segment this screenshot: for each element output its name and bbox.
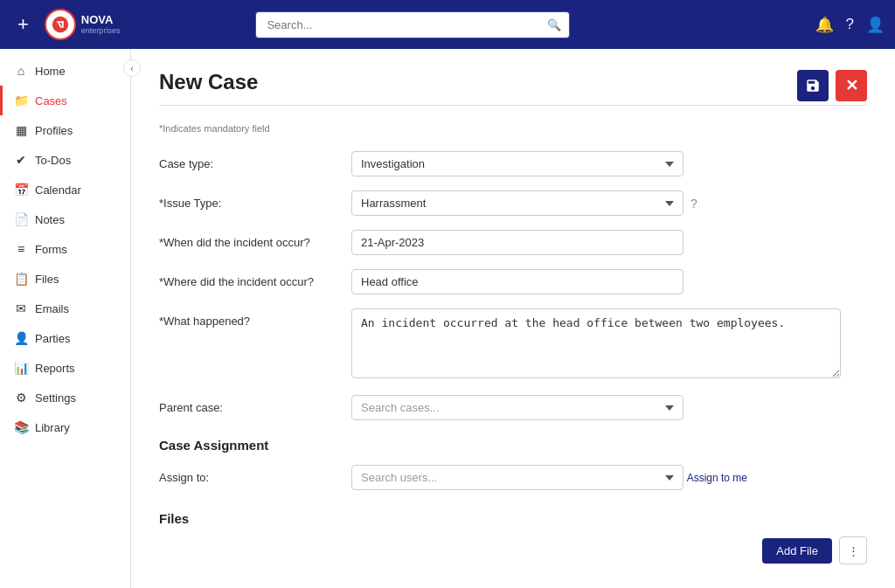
forms-icon: ≡ — [14, 242, 28, 256]
settings-icon: ⚙ — [14, 391, 28, 405]
parent-case-field: Search cases... — [351, 395, 867, 420]
parent-case-row: Parent case: Search cases... — [159, 395, 867, 420]
files-section-title: Files — [159, 511, 867, 526]
what-happened-row: *What happened? An incident occurred at … — [159, 308, 867, 381]
incident-date-field — [351, 230, 867, 255]
sidebar-label-todos: To-Dos — [35, 154, 71, 167]
user-icon[interactable]: 👤 — [866, 16, 885, 34]
files-section: Files Add File ⋮ — [159, 511, 867, 564]
page-title: New Case — [159, 70, 258, 94]
what-happened-label: *What happened? — [159, 308, 351, 328]
sidebar-item-files[interactable]: 📋 Files — [0, 264, 130, 294]
incident-location-input[interactable] — [351, 269, 683, 294]
page-title-row: New Case ✕ — [159, 70, 867, 101]
notification-icon[interactable]: 🔔 — [815, 16, 834, 34]
assign-to-me-link[interactable]: Assign to me — [687, 472, 747, 484]
logo-circle — [45, 9, 76, 40]
sidebar-item-notes[interactable]: 📄 Notes — [0, 204, 130, 234]
search-input[interactable] — [255, 11, 570, 38]
sidebar-item-profiles[interactable]: ▦ Profiles — [0, 115, 130, 145]
issue-type-row: *Issue Type: Harrassment Discrimination … — [159, 190, 867, 216]
sidebar-label-library: Library — [35, 421, 70, 434]
sidebar-item-settings[interactable]: ⚙ Settings — [0, 383, 130, 412]
help-icon[interactable]: ? — [846, 16, 854, 33]
issue-type-field: Harrassment Discrimination Other ? — [351, 190, 867, 216]
issue-type-label: *Issue Type: — [159, 190, 351, 210]
title-actions: ✕ — [797, 70, 867, 101]
emails-icon: ✉ — [14, 301, 28, 315]
incident-date-input[interactable] — [351, 230, 683, 255]
sidebar-item-emails[interactable]: ✉ Emails — [0, 294, 130, 323]
logo: NOVA enterprises — [45, 9, 121, 40]
case-assignment-title: Case Assignment — [159, 438, 867, 453]
assign-to-select[interactable]: Search users... — [351, 465, 683, 490]
sidebar-item-calendar[interactable]: 📅 Calendar — [0, 175, 130, 204]
library-icon: 📚 — [14, 420, 28, 434]
logo-name: NOVA — [81, 14, 121, 26]
more-options-button[interactable]: ⋮ — [839, 536, 867, 564]
files-actions: Add File ⋮ — [159, 536, 867, 564]
issue-type-row-inner: Harrassment Discrimination Other ? — [351, 190, 867, 216]
sidebar-item-todos[interactable]: ✔ To-Dos — [0, 145, 130, 175]
logo-text-block: NOVA enterprises — [81, 14, 121, 35]
content-area: New Case ✕ *Indicates mandatory field Ca… — [131, 49, 895, 588]
sidebar-item-forms[interactable]: ≡ Forms — [0, 234, 130, 264]
what-happened-textarea[interactable]: An incident occurred at the head office … — [351, 308, 841, 378]
topbar: + NOVA enterprises 🔍 🔔 ? 👤 — [0, 0, 895, 49]
case-type-field: Investigation Complaint Inquiry — [351, 151, 867, 176]
main-layout: ‹ ⌂ Home 📁 Cases ▦ Profiles ✔ To-Dos 📅 C… — [0, 49, 895, 588]
sidebar-label-emails: Emails — [35, 302, 69, 315]
issue-type-select[interactable]: Harrassment Discrimination Other — [351, 190, 683, 216]
sidebar-label-profiles: Profiles — [35, 124, 73, 137]
incident-location-field — [351, 269, 867, 294]
incident-date-label: *When did the incident occur? — [159, 230, 351, 249]
sidebar-item-library[interactable]: 📚 Library — [0, 412, 130, 442]
sidebar-label-parties: Parties — [35, 332, 70, 345]
incident-date-row: *When did the incident occur? — [159, 230, 867, 255]
reports-icon: 📊 — [14, 361, 28, 375]
todos-icon: ✔ — [14, 153, 28, 167]
notes-icon: 📄 — [14, 212, 28, 226]
sidebar-label-notes: Notes — [35, 213, 65, 226]
assign-to-row: Assign to: Search users... Assign to me — [159, 465, 867, 490]
sidebar-label-forms: Forms — [35, 243, 67, 256]
case-type-label: Case type: — [159, 151, 351, 170]
incident-location-row: *Where did the incident occur? — [159, 269, 867, 294]
cases-icon: 📁 — [14, 93, 28, 107]
topbar-icons: 🔔 ? 👤 — [815, 16, 885, 34]
sidebar-label-cases: Cases — [35, 94, 67, 107]
sidebar-label-calendar: Calendar — [35, 183, 81, 197]
sidebar-item-cases[interactable]: 📁 Cases — [0, 86, 130, 115]
profiles-icon: ▦ — [14, 123, 28, 137]
sidebar-item-parties[interactable]: 👤 Parties — [0, 323, 130, 353]
mandatory-note: *Indicates mandatory field — [159, 123, 867, 134]
sidebar-toggle[interactable]: ‹ — [123, 59, 141, 77]
sidebar-label-settings: Settings — [35, 391, 76, 405]
incident-location-label: *Where did the incident occur? — [159, 269, 351, 288]
assign-to-field: Search users... Assign to me — [351, 465, 867, 490]
close-button[interactable]: ✕ — [836, 70, 867, 101]
title-divider — [159, 105, 867, 106]
assign-to-label: Assign to: — [159, 465, 351, 484]
files-icon: 📋 — [14, 272, 28, 286]
save-icon — [805, 78, 821, 93]
case-type-select[interactable]: Investigation Complaint Inquiry — [351, 151, 683, 176]
search-container: 🔍 — [255, 11, 570, 38]
search-icon: 🔍 — [547, 18, 561, 31]
save-button[interactable] — [797, 70, 829, 101]
sidebar-item-reports[interactable]: 📊 Reports — [0, 353, 130, 383]
add-file-button[interactable]: Add File — [762, 538, 832, 564]
issue-type-help-icon[interactable]: ? — [690, 197, 697, 211]
sidebar-item-home[interactable]: ⌂ Home — [0, 56, 130, 86]
logo-subtitle: enterprises — [81, 26, 121, 35]
case-type-row: Case type: Investigation Complaint Inqui… — [159, 151, 867, 176]
sidebar-label-home: Home — [35, 65, 66, 78]
calendar-icon: 📅 — [14, 183, 28, 197]
sidebar: ‹ ⌂ Home 📁 Cases ▦ Profiles ✔ To-Dos 📅 C… — [0, 49, 131, 588]
logo-icon — [51, 15, 70, 34]
parent-case-select[interactable]: Search cases... — [351, 395, 683, 420]
add-button[interactable]: + — [10, 13, 36, 36]
sidebar-label-reports: Reports — [35, 362, 75, 375]
what-happened-field: An incident occurred at the head office … — [351, 308, 867, 381]
parties-icon: 👤 — [14, 331, 28, 345]
